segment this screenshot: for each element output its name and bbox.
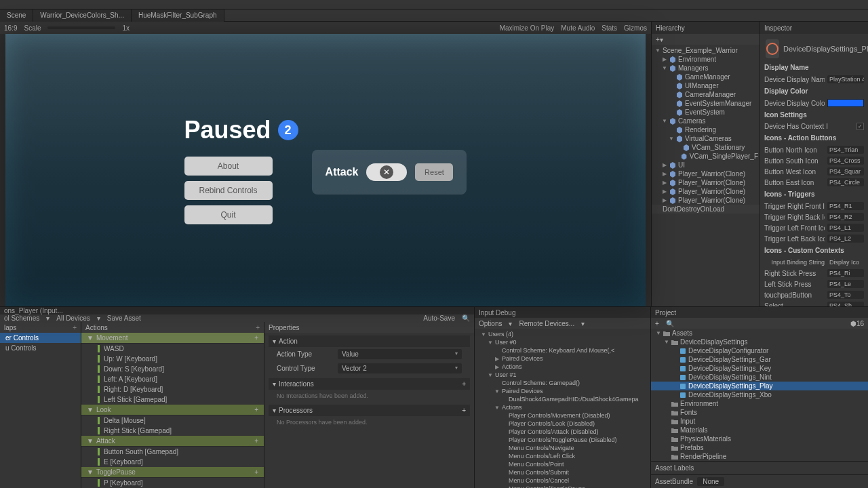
hierarchy-item[interactable]: ▼Scene_Example_Warrior	[652, 46, 760, 55]
action-type-dropdown[interactable]: Value	[338, 349, 462, 359]
debug-item[interactable]: Menu Controls/Point	[476, 460, 649, 468]
binding-item[interactable]: Right Stick [Gamepad]	[81, 426, 264, 436]
debug-item[interactable]: Menu Controls/Left Click	[476, 452, 649, 460]
binding-item[interactable]: Delta [Mouse]	[81, 415, 264, 426]
hierarchy-item[interactable]: Rendering	[652, 125, 760, 134]
project-item[interactable]: Materials	[651, 426, 868, 434]
debug-item[interactable]: Menu Controls/Navigate	[476, 444, 649, 452]
debug-item[interactable]: ▼User #1	[476, 371, 649, 379]
project-item[interactable]: PhysicsMaterials	[651, 434, 868, 443]
debug-item[interactable]: ▶Actions	[476, 363, 649, 371]
action-item[interactable]: ▼Look+	[81, 405, 264, 415]
project-create-button[interactable]: +	[655, 320, 659, 327]
inspector-property[interactable]: Button West IconPS4_Squar	[763, 166, 865, 177]
project-item[interactable]: DeviceDisplaySettings_Xbo	[651, 390, 868, 399]
debug-item[interactable]: Control Scheme: Gamepad()	[476, 379, 649, 387]
inspector-property[interactable]: touchpadButtonPS4_To	[763, 289, 865, 300]
hierarchy-item[interactable]: VCam_Stationary	[652, 143, 760, 152]
action-item[interactable]: ▼Attack+	[81, 436, 264, 447]
debug-item[interactable]: Player Controls/Look (Disabled)	[476, 420, 649, 428]
binding-item[interactable]: E [Keyboard]	[81, 457, 264, 467]
hierarchy-item[interactable]: ▶Environment	[652, 55, 760, 64]
hierarchy-item[interactable]: ▼VirtualCameras	[652, 134, 760, 143]
search-icon[interactable]: 🔍	[462, 314, 470, 322]
mute-toggle[interactable]: Mute Audio	[561, 24, 595, 32]
binding-item[interactable]: Button South [Gamepad]	[81, 447, 264, 457]
project-item[interactable]: DeviceDisplaySettings_Play	[651, 382, 868, 390]
debug-item[interactable]: Menu Controls/TogglePause	[476, 485, 649, 488]
binding-item[interactable]: P [Keyboard]	[81, 478, 264, 488]
debug-item[interactable]: Menu Controls/Cancel	[476, 476, 649, 485]
project-item[interactable]: Prefabs	[651, 443, 868, 452]
binding-item[interactable]: WASD	[81, 344, 264, 354]
control-type-dropdown[interactable]: Vector 2	[338, 363, 462, 373]
asset-bundle-dropdown[interactable]: None	[697, 477, 724, 486]
project-item[interactable]: ▼DeviceDisplaySettings	[651, 338, 868, 346]
add-action-button[interactable]: +	[256, 324, 260, 331]
inspector-property[interactable]: Trigger Right Front IcoPS4_R1	[763, 201, 865, 211]
hierarchy-item[interactable]: EventSystemManager	[652, 99, 760, 108]
hierarchy-item[interactable]: CameraManager	[652, 90, 760, 99]
project-item[interactable]: Input	[651, 417, 868, 426]
inspector-property[interactable]: SelectPS4_Sh	[763, 300, 865, 306]
inspector-property[interactable]: Device Display Color	[763, 98, 865, 108]
binding-item[interactable]: Left Stick [Gamepad]	[81, 394, 264, 405]
inspector-property[interactable]: Trigger Left Front IcoPS4_L1	[763, 222, 865, 233]
aspect-dropdown[interactable]: 16:9	[4, 24, 17, 32]
binding-item[interactable]: Right: D [Keyboard]	[81, 384, 264, 394]
add-processor-button[interactable]: +	[462, 407, 466, 414]
hierarchy-item[interactable]: ▼Cameras	[652, 117, 760, 125]
debug-item[interactable]: Player Controls/TogglePause (Disabled)	[476, 436, 649, 444]
hierarchy-tree[interactable]: ▼Scene_Example_Warrior▶Environment▼Manag…	[652, 45, 760, 306]
hierarchy-item[interactable]: EventSystem	[652, 108, 760, 117]
inspector-property[interactable]: Left Stick PressPS4_Le	[763, 279, 865, 289]
debug-item[interactable]: Player Controls/Movement (Disabled)	[476, 411, 649, 420]
scale-slider[interactable]	[47, 26, 115, 29]
hierarchy-item[interactable]: GameManager	[652, 73, 760, 81]
tab-subgraph[interactable]: HueMaskFilter_SubGraph	[132, 9, 224, 22]
add-interaction-button[interactable]: +	[462, 380, 466, 388]
gizmos-dropdown[interactable]: Gizmos	[624, 24, 647, 32]
inspector-property[interactable]: Button South IconPS4_Cross	[763, 155, 865, 166]
about-button[interactable]: About	[184, 157, 273, 176]
processors-group[interactable]: ▾Processors+	[269, 405, 470, 416]
game-view[interactable]: Paused 2 About Rebind Controls Quit Atta…	[5, 34, 646, 306]
debug-item[interactable]: ▼Paired Devices	[476, 387, 649, 395]
reset-button[interactable]: Reset	[415, 163, 453, 181]
project-item[interactable]: DeviceDisplaySettings_Gar	[651, 355, 868, 364]
color-swatch[interactable]	[827, 99, 864, 107]
inspector-property[interactable]: Trigger Left Back IcoPS4_L2	[763, 233, 865, 244]
inspector-property[interactable]: Button East IconPS4_Circle	[763, 177, 865, 188]
debug-item[interactable]: DualShock4GamepadHID:/DualShock4Gamepa	[476, 395, 649, 403]
auto-save-toggle[interactable]: Auto-Save	[423, 314, 455, 322]
stats-toggle[interactable]: Stats	[601, 24, 617, 32]
project-filter[interactable]: ⬢16	[850, 320, 864, 327]
project-item[interactable]: ▼Assets	[651, 329, 868, 338]
project-item[interactable]: Environment	[651, 399, 868, 408]
action-item[interactable]: ▼TogglePause+	[81, 467, 264, 478]
hierarchy-item[interactable]: ▼Managers	[652, 64, 760, 73]
save-asset-button[interactable]: Save Asset	[107, 314, 141, 322]
schemes-dropdown[interactable]: ol Schemes	[4, 314, 39, 322]
rebind-button[interactable]: Rebind Controls	[184, 181, 273, 200]
action-item[interactable]: ▼Movement+	[81, 333, 264, 344]
inspector-property[interactable]: Device Display NamePlayStation 4	[763, 74, 865, 85]
tab-shader[interactable]: Warrior_DeviceColors_Sh...	[33, 9, 132, 22]
debug-item[interactable]: ▼Actions	[476, 403, 649, 411]
hierarchy-item[interactable]: ▶Player_Warrior(Clone)	[652, 187, 760, 196]
project-item[interactable]: DeviceDisplaySettings_Nint	[651, 373, 868, 382]
rebind-slot[interactable]: ✕	[366, 163, 407, 181]
binding-item[interactable]: Down: S [Keyboard]	[81, 364, 264, 374]
binding-item[interactable]: Up: W [Keyboard]	[81, 354, 264, 364]
inspector-property[interactable]: Right Stick PressPS4_Ri	[763, 268, 865, 279]
hierarchy-item[interactable]: ▶Player_Warrior(Clone)	[652, 169, 760, 178]
hierarchy-item[interactable]: ▶Player_Warrior(Clone)	[652, 178, 760, 187]
debug-item[interactable]: Menu Controls/Submit	[476, 468, 649, 476]
maximize-toggle[interactable]: Maximize On Play	[500, 24, 555, 32]
project-item[interactable]: DeviceDisplayConfigurator	[651, 346, 868, 355]
remote-devices-dropdown[interactable]: Remote Devices...	[519, 320, 574, 327]
hierarchy-item[interactable]: VCam_SinglePlayer_F	[652, 152, 760, 161]
action-group[interactable]: ▾Action	[269, 336, 470, 347]
inspector-property[interactable]: Trigger Right Back IcoPS4_R2	[763, 211, 865, 222]
hierarchy-item[interactable]: ▶UI	[652, 161, 760, 169]
